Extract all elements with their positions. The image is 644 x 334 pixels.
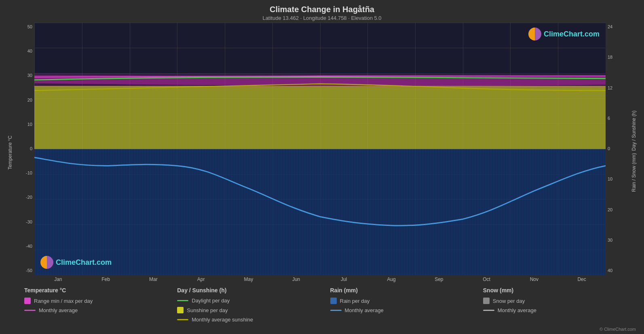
left-axis-label: Temperature °C [4, 23, 16, 282]
watermark-text-top: ClimeChart.com [544, 30, 600, 38]
month-mar: Mar [130, 277, 177, 282]
chart-svg [34, 23, 606, 275]
watermark-bottom-left: ClimeChart.com [40, 256, 112, 269]
chart-title: Climate Change in Hagåtña [0, 5, 644, 14]
chart-inner: 50 40 30 20 10 0 -10 -20 -30 -40 -50 [16, 23, 628, 275]
chart-with-axes: 1940 - 1950 50 40 30 20 10 0 -10 -20 -30… [16, 23, 628, 282]
chart-subtitle: Latitude 13.462 · Longitude 144.758 · El… [0, 15, 644, 21]
logo-icon-bottom [40, 256, 53, 269]
temp-avg-swatch [24, 310, 36, 311]
month-jan: Jan [34, 277, 82, 282]
legend-item-temp-range: Range min / max per day [24, 298, 177, 304]
legend-area: Temperature °C Range min / max per day M… [0, 282, 644, 327]
daylight-swatch [177, 300, 188, 301]
sunshine-swatch [177, 307, 184, 313]
rain-swatch [330, 298, 337, 304]
legend-col-rain: Rain (mm) Rain per day Monthly average [330, 287, 483, 323]
x-axis: Jan Feb Mar Apr May Jun Jul Aug Sep Oct … [16, 275, 628, 282]
sunshine-avg-swatch [177, 319, 188, 320]
legend-col-temp: Temperature °C Range min / max per day M… [24, 287, 177, 323]
month-may: May [225, 277, 272, 282]
legend-item-daylight: Daylight per day [177, 298, 330, 304]
month-jun: Jun [272, 277, 320, 282]
month-aug: Aug [367, 277, 415, 282]
snow-avg-swatch [483, 310, 494, 311]
month-nov: Nov [511, 277, 558, 282]
chart-area-wrapper: Temperature °C 1940 - 1950 50 40 30 20 1… [0, 23, 644, 282]
legend-item-snow-avg: Monthly average [483, 307, 636, 313]
month-sep: Sep [415, 277, 463, 282]
watermark-top: ClimeChart.com [528, 28, 600, 40]
main-container: Climate Change in Hagåtña Latitude 13.46… [0, 0, 644, 334]
right-top-label: Day / Sunshine (h) [631, 111, 637, 151]
legend-item-temp-avg: Monthly average [24, 307, 177, 313]
rain-avg-line [34, 157, 606, 226]
legend-item-rain: Rain per day [330, 298, 483, 304]
y-axis-left: 50 40 30 20 10 0 -10 -20 -30 -40 -50 [16, 23, 34, 275]
month-dec: Dec [558, 277, 606, 282]
y-axis-right: 24 18 12 6 0 10 20 30 40 [606, 23, 628, 275]
month-oct: Oct [463, 277, 511, 282]
month-apr: Apr [177, 277, 225, 282]
watermark-text-bottom: ClimeChart.com [56, 258, 112, 267]
month-feb: Feb [82, 277, 130, 282]
month-jul: Jul [320, 277, 368, 282]
legend-title-snow: Snow (mm) [483, 287, 636, 294]
legend-item-rain-avg: Monthly average [330, 307, 483, 313]
legend-col-sunshine: Day / Sunshine (h) Daylight per day Suns… [177, 287, 330, 323]
right-bottom-label: Rain / Snow (mm) [631, 153, 637, 192]
chart-plot-area: ClimeChart.com ClimeChart.com [34, 23, 606, 275]
legend-item-snow: Snow per day [483, 298, 636, 304]
legend-title-sunshine: Day / Sunshine (h) [177, 287, 330, 294]
legend-item-sunshine-avg: Monthly average sunshine [177, 317, 330, 323]
legend-title-temp: Temperature °C [24, 287, 177, 294]
legend-item-sunshine: Sunshine per day [177, 307, 330, 313]
chart-header: Climate Change in Hagåtña Latitude 13.46… [0, 0, 644, 23]
legend-title-rain: Rain (mm) [330, 287, 483, 294]
copyright: © ClimeChart.com [0, 327, 644, 334]
temp-range-swatch [24, 298, 31, 304]
rain-avg-swatch [330, 310, 342, 311]
snow-swatch [483, 298, 490, 304]
right-axis-labels: Day / Sunshine (h) Rain / Snow (mm) [628, 23, 640, 282]
legend-col-snow: Snow (mm) Snow per day Monthly average [483, 287, 636, 323]
logo-icon [528, 28, 541, 40]
